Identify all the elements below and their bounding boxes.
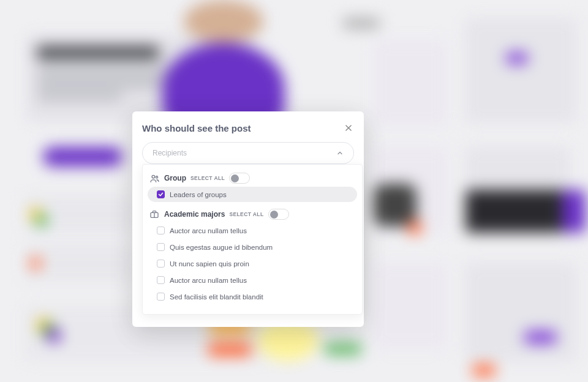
option-leaders-of-groups[interactable]: Leaders of groups (148, 187, 357, 202)
select-all-label: SELECT ALL (190, 175, 225, 181)
checkmark-icon (158, 192, 164, 197)
select-all-toggle-majors[interactable] (268, 209, 289, 220)
close-button[interactable] (343, 122, 354, 133)
checkbox[interactable] (157, 227, 165, 234)
toggle-knob (270, 211, 278, 219)
option-row[interactable]: Sed facilisis elit blandit blandit (148, 289, 357, 304)
recipients-dropdown: Group SELECT ALL Leaders of groups Acade… (142, 164, 363, 315)
option-label: Quis egestas augue id bibendum (170, 244, 273, 251)
modal-title: Who should see the post (142, 123, 251, 133)
option-row[interactable]: Ut nunc sapien quis proin (148, 256, 357, 271)
select-all-toggle-group[interactable] (229, 173, 250, 184)
section-header-group: Group SELECT ALL (148, 171, 357, 185)
option-label: Leaders of groups (170, 191, 227, 198)
toggle-knob (231, 174, 239, 182)
group-icon (149, 174, 160, 182)
option-label: Sed facilisis elit blandit blandit (170, 293, 263, 301)
select-placeholder: Recipients (153, 149, 187, 157)
svg-point-3 (156, 176, 157, 178)
dropdown-scroll[interactable]: Group SELECT ALL Leaders of groups Acade… (148, 170, 361, 308)
checkbox[interactable] (157, 190, 165, 198)
option-row[interactable]: Quis egestas augue id bibendum (148, 305, 357, 308)
svg-point-2 (152, 175, 155, 178)
section-header-academic-majors: Academic majors SELECT ALL (148, 207, 357, 222)
checkbox[interactable] (157, 293, 165, 301)
option-label: Auctor arcu nullam tellus (170, 227, 247, 234)
post-audience-modal: Who should see the post Recipients Group… (132, 111, 364, 327)
modal-header: Who should see the post (142, 122, 354, 133)
checkbox[interactable] (157, 243, 165, 251)
option-label: Ut nunc sapien quis proin (170, 260, 249, 268)
recipients-select[interactable]: Recipients (142, 142, 354, 164)
close-icon (344, 124, 353, 132)
checkbox[interactable] (157, 276, 165, 284)
chevron-up-icon (336, 149, 344, 157)
option-label: Auctor arcu nullam tellus (170, 277, 247, 284)
checkbox[interactable] (157, 260, 165, 268)
section-title: Group (164, 174, 186, 182)
option-row[interactable]: Auctor arcu nullam tellus (148, 223, 357, 238)
option-row[interactable]: Auctor arcu nullam tellus (148, 272, 357, 288)
select-all-label: SELECT ALL (229, 211, 263, 217)
option-row[interactable]: Quis egestas augue id bibendum (148, 239, 357, 255)
section-title: Academic majors (164, 210, 225, 219)
briefcase-icon (149, 210, 160, 219)
